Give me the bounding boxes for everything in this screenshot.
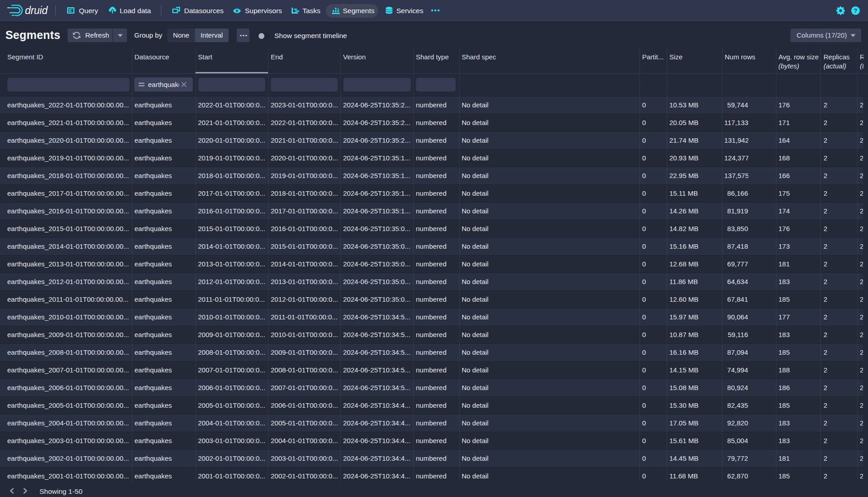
svg-text:?: ? xyxy=(854,7,858,14)
